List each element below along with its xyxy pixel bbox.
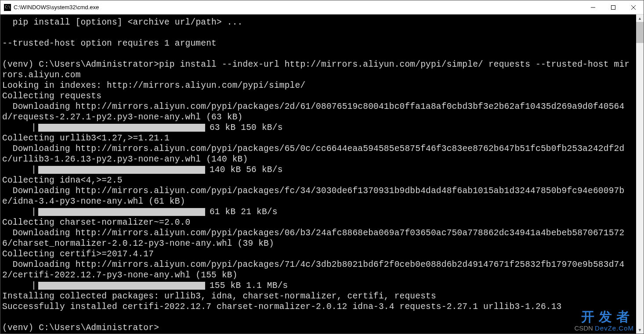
progress-bar <box>38 124 205 132</box>
progress-row: |155 kB 1.1 MB/s <box>2 280 634 291</box>
progress-text: 140 kB 56 kB/s <box>205 165 283 175</box>
scroll-up-arrow[interactable]: ▲ <box>636 14 644 22</box>
progress-row: |61 kB 21 kB/s <box>2 207 634 217</box>
console-line: --trusted-host option requires 1 argumen… <box>2 38 634 49</box>
console-line <box>2 49 634 59</box>
close-button[interactable] <box>623 0 644 14</box>
console-line: Downloading http://mirrors.aliyun.com/py… <box>2 101 634 122</box>
console-line: Collecting urllib3<1.27,>=1.21.1 <box>2 133 634 144</box>
console-line <box>2 28 634 38</box>
scroll-thumb[interactable] <box>636 22 644 43</box>
scroll-down-arrow[interactable]: ▼ <box>636 326 644 334</box>
console-line: Collecting requests <box>2 91 634 101</box>
console-line: Collecting charset-normalizer~=2.0.0 <box>2 217 634 228</box>
console-line: Looking in indexes: http://mirrors.aliyu… <box>2 80 634 91</box>
console-line <box>2 312 634 323</box>
console-line: (venv) C:\Users\Administrator> <box>2 323 634 333</box>
progress-bar <box>38 166 205 174</box>
console-line: pip install [options] <archive url/path>… <box>2 17 634 28</box>
progress-bar <box>38 282 205 290</box>
progress-row: |140 kB 56 kB/s <box>2 165 634 175</box>
cmd-icon: C:\ <box>4 4 11 11</box>
console-line: Downloading http://mirrors.aliyun.com/py… <box>2 228 634 249</box>
minimize-button[interactable] <box>583 0 603 14</box>
console-line: Installing collected packages: urllib3, … <box>2 291 634 302</box>
console-line: (venv) C:\Users\Administrator>pip instal… <box>2 59 634 80</box>
progress-text: 155 kB 1.1 MB/s <box>205 280 288 291</box>
console-line: Collecting certifi>=2017.4.17 <box>2 249 634 259</box>
console-line: Downloading http://mirrors.aliyun.com/py… <box>2 186 634 207</box>
console-line: Collecting idna<4,>=2.5 <box>2 175 634 186</box>
progress-bar <box>38 208 205 216</box>
progress-text: 63 kB 150 kB/s <box>205 122 283 133</box>
maximize-button[interactable] <box>603 0 623 14</box>
cmd-window: C:\ C:\WINDOWS\system32\cmd.exe pip inst… <box>0 0 644 334</box>
svg-rect-1 <box>611 5 615 9</box>
console-line: Successfully installed certifi-2022.12.7… <box>2 302 634 312</box>
window-title: C:\WINDOWS\system32\cmd.exe <box>14 4 99 11</box>
progress-row: |63 kB 150 kB/s <box>2 122 634 133</box>
console-line: Downloading http://mirrors.aliyun.com/py… <box>2 259 634 280</box>
console-line: Downloading http://mirrors.aliyun.com/py… <box>2 144 634 165</box>
titlebar[interactable]: C:\ C:\WINDOWS\system32\cmd.exe <box>0 0 644 14</box>
client-area: pip install [options] <archive url/path>… <box>0 14 644 334</box>
progress-text: 61 kB 21 kB/s <box>205 207 278 217</box>
console-output[interactable]: pip install [options] <archive url/path>… <box>0 14 636 334</box>
vertical-scrollbar[interactable]: ▲ ▼ <box>636 14 644 334</box>
